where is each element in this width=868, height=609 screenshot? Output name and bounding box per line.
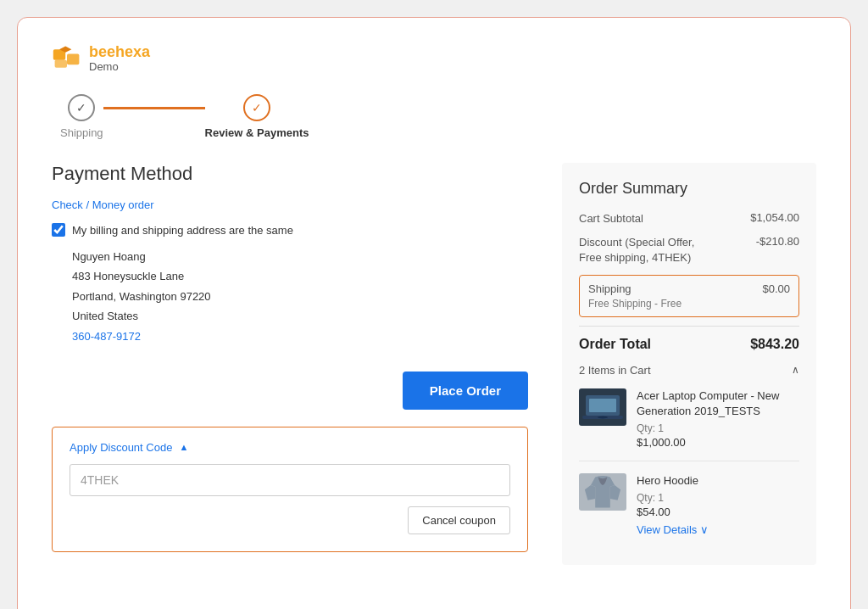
- logo: beehexa Demo: [52, 43, 150, 74]
- item-image-hoodie: [579, 473, 626, 511]
- place-order-button[interactable]: Place Order: [403, 372, 528, 410]
- progress-steps: ✓ Shipping ✓ Review & Payments: [52, 94, 816, 139]
- cart-item-1: Hero Hoodie Qty: 1 $54.00 View Details ∨: [579, 473, 799, 548]
- item-name-0: Acer Laptop Computer - New Generation 20…: [637, 388, 799, 419]
- cart-subtotal-label: Cart Subtotal: [579, 211, 643, 226]
- billing-checkbox-label: My billing and shipping address are the …: [72, 224, 293, 237]
- item-details-0: Acer Laptop Computer - New Generation 20…: [637, 388, 799, 449]
- items-in-cart-label: 2 Items in Cart: [579, 364, 651, 377]
- item-qty-0: Qty: 1: [637, 422, 799, 434]
- item-price-1: $54.00: [637, 506, 799, 518]
- item-qty-1: Qty: 1: [637, 492, 799, 504]
- header: beehexa Demo: [52, 43, 816, 74]
- item-image-laptop: [579, 388, 626, 426]
- shipping-value: $0.00: [762, 282, 790, 295]
- svg-rect-1: [55, 60, 67, 68]
- cart-items-header[interactable]: 2 Items in Cart ∧: [579, 364, 799, 377]
- billing-checkbox[interactable]: [52, 223, 65, 237]
- view-details-link[interactable]: View Details ∨: [637, 523, 799, 536]
- logo-icon: [52, 43, 82, 74]
- discount-header-text: Apply Discount Code: [70, 441, 172, 454]
- shipping-label: Shipping: [588, 282, 632, 295]
- main-layout: Payment Method Check / Money order My bi…: [52, 163, 816, 565]
- discount-label: Discount (Special Offer, Free shipping, …: [579, 235, 715, 265]
- left-column: Payment Method Check / Money order My bi…: [52, 163, 528, 565]
- shipping-row: Shipping $0.00 Free Shipping - Free: [579, 275, 799, 317]
- svg-rect-5: [589, 399, 616, 412]
- discount-header[interactable]: Apply Discount Code ▲: [70, 441, 510, 454]
- discount-row: Discount (Special Offer, Free shipping, …: [579, 235, 799, 265]
- svg-point-7: [598, 416, 608, 418]
- step-review: ✓ Review & Payments: [205, 94, 309, 139]
- step-label-shipping: Shipping: [60, 126, 103, 139]
- order-total-value: $843.20: [750, 337, 799, 352]
- right-column: Order Summary Cart Subtotal $1,054.00 Di…: [562, 163, 816, 565]
- svg-rect-2: [67, 54, 79, 65]
- shipping-method: Free Shipping - Free: [588, 298, 790, 310]
- cart-subtotal-value: $1,054.00: [750, 211, 799, 224]
- cart-item-0: Acer Laptop Computer - New Generation 20…: [579, 388, 799, 461]
- step-label-review: Review & Payments: [205, 126, 309, 139]
- order-summary-title: Order Summary: [579, 180, 799, 198]
- place-order-row: Place Order: [52, 372, 528, 410]
- item-details-1: Hero Hoodie Qty: 1 $54.00 View Details ∨: [637, 473, 799, 536]
- discount-section: Apply Discount Code ▲ Cancel coupon: [52, 427, 528, 552]
- address-name: Nguyen Hoang: [72, 247, 528, 266]
- order-summary: Order Summary Cart Subtotal $1,054.00 Di…: [562, 163, 816, 565]
- address-phone[interactable]: 360-487-9172: [72, 327, 528, 346]
- logo-name: beehexa: [89, 44, 150, 61]
- step-circle-shipping: ✓: [68, 94, 95, 121]
- address-country: United States: [72, 306, 528, 326]
- step-connector: [103, 107, 205, 109]
- view-details-chevron-icon: ∨: [700, 523, 709, 536]
- address-block: Nguyen Hoang 483 Honeysuckle Lane Portla…: [52, 247, 528, 346]
- discount-input[interactable]: [70, 464, 510, 496]
- page-wrapper: beehexa Demo ✓ Shipping ✓ Review & Payme…: [17, 17, 851, 609]
- logo-sub: Demo: [89, 61, 150, 73]
- cancel-coupon-button[interactable]: Cancel coupon: [408, 506, 510, 534]
- order-total-row: Order Total $843.20: [579, 326, 799, 352]
- address-city: Portland, Washington 97220: [72, 287, 528, 306]
- discount-actions: Cancel coupon: [70, 506, 510, 534]
- shipping-inner: Shipping $0.00: [588, 282, 790, 295]
- item-name-1: Hero Hoodie: [637, 473, 799, 489]
- payment-method-link[interactable]: Check / Money order: [52, 198, 528, 211]
- step-circle-review: ✓: [243, 94, 270, 121]
- cart-chevron-icon: ∧: [792, 364, 799, 376]
- step-shipping: ✓ Shipping: [60, 94, 103, 139]
- logo-text: beehexa Demo: [89, 44, 150, 73]
- cart-subtotal-row: Cart Subtotal $1,054.00: [579, 211, 799, 226]
- payment-method-title: Payment Method: [52, 163, 528, 185]
- item-price-0: $1,000.00: [637, 436, 799, 449]
- discount-value: -$210.80: [756, 235, 799, 248]
- address-street: 483 Honeysuckle Lane: [72, 266, 528, 286]
- billing-checkbox-row: My billing and shipping address are the …: [52, 223, 528, 237]
- order-total-label: Order Total: [579, 337, 651, 352]
- discount-chevron-icon: ▲: [179, 442, 188, 452]
